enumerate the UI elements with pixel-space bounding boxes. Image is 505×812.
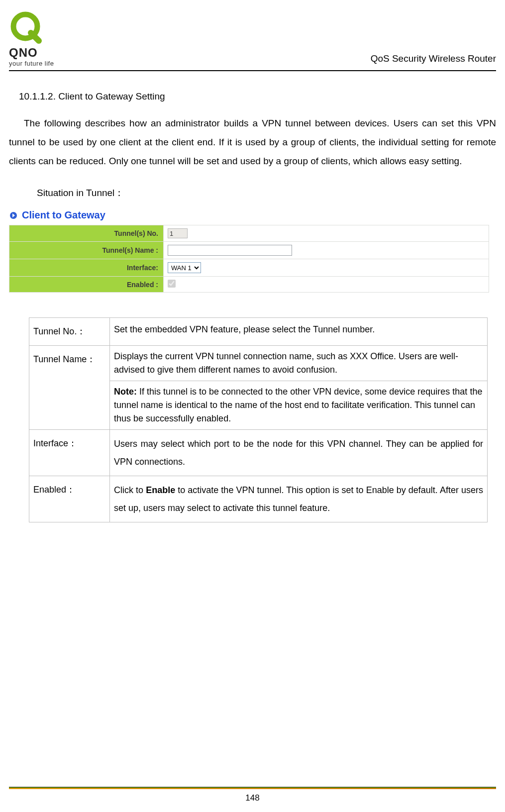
situation-label: Situation in Tunnel： [37,187,496,200]
panel-title: Client to Gateway [22,209,105,221]
client-to-gateway-panel: Client to Gateway Tunnel(s) No. Tunnel(s… [9,209,496,293]
desc-row-tunnel-no: Tunnel No.： Set the embedded VPN feature… [29,318,488,346]
desc-term-tunnel-name: Tunnel Name： [29,346,110,430]
desc-tunnel-name-note: Note: If this tunnel is to be connected … [110,381,487,429]
page-header: QNO your future life QoS Security Wirele… [9,10,496,71]
cell-tunnel-no-value [164,225,489,242]
note-label: Note: [114,387,137,397]
tunnel-name-input[interactable] [168,245,292,256]
row-tunnel-no: Tunnel(s) No. [9,225,489,242]
row-tunnel-name: Tunnel(s) Name : [9,242,489,259]
label-tunnel-no: Tunnel(s) No. [9,225,164,242]
row-interface: Interface: WAN 1 [9,259,489,277]
label-interface: Interface: [9,259,164,277]
cell-interface-value: WAN 1 [164,259,489,277]
enabled-checkbox[interactable] [168,280,176,288]
desc-tunnel-name-part1: Displays the current VPN tunnel connecti… [110,346,487,381]
panel-header: Client to Gateway [9,209,496,221]
label-enabled: Enabled : [9,277,164,293]
desc-row-enabled: Enabled： Click to Enable to activate the… [29,476,488,522]
form-table: Tunnel(s) No. Tunnel(s) Name : Interface… [9,225,489,293]
note-text: If this tunnel is to be connected to the… [114,387,482,423]
row-enabled: Enabled : [9,277,489,293]
desc-term-enabled: Enabled： [29,476,110,522]
tunnel-no-input [168,228,188,238]
desc-term-tunnel-no: Tunnel No.： [29,318,110,346]
qno-logo-icon [9,10,44,45]
section-heading: 10.1.1.2. Client to Gateway Setting [19,91,496,102]
desc-row-tunnel-name: Tunnel Name： Displays the current VPN tu… [29,346,488,430]
cell-enabled-value [164,277,489,293]
desc-row-interface: Interface： Users may select which port t… [29,430,488,476]
intro-paragraph: The following describes how an administr… [9,114,496,171]
desc-text-tunnel-no: Set the embedded VPN feature, please sel… [110,318,488,346]
label-tunnel-name: Tunnel(s) Name : [9,242,164,259]
interface-select[interactable]: WAN 1 [168,262,201,273]
cell-tunnel-name-value [164,242,489,259]
logo-block: QNO your future life [9,10,54,67]
desc-term-interface: Interface： [29,430,110,476]
desc-text-tunnel-name: Displays the current VPN tunnel connecti… [110,346,488,430]
document-page: QNO your future life QoS Security Wirele… [0,0,505,812]
enabled-bold: Enable [146,485,175,495]
footer-rule [9,787,496,788]
page-number: 148 [0,793,505,803]
logo-brand-text: QNO [9,46,38,60]
description-table: Tunnel No.： Set the embedded VPN feature… [29,317,488,522]
svg-point-1 [19,18,26,28]
document-title: QoS Security Wireless Router [371,53,496,67]
arrow-right-icon [9,211,18,220]
logo-tagline: your future life [9,60,54,67]
enabled-pre: Click to [114,485,146,495]
desc-text-enabled: Click to Enable to activate the VPN tunn… [110,476,488,522]
desc-text-interface: Users may select which port to be the no… [110,430,488,476]
